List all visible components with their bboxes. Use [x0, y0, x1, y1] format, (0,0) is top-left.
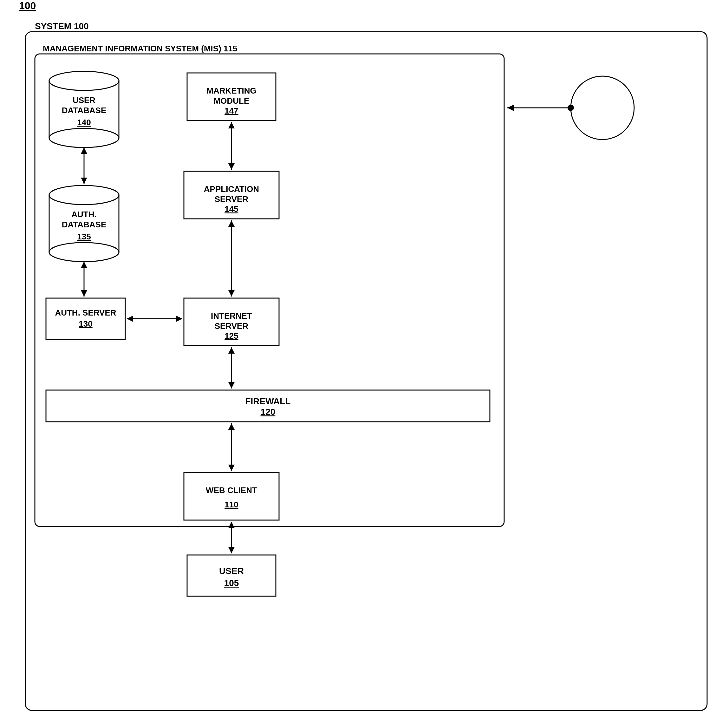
svg-marker-48 — [228, 220, 235, 227]
svg-marker-39 — [81, 147, 87, 154]
external-entity-circle — [571, 76, 634, 139]
svg-text:WEB CLIENT: WEB CLIENT — [206, 485, 257, 495]
svg-text:AUTH. SERVER: AUTH. SERVER — [55, 308, 116, 317]
svg-text:125: 125 — [225, 331, 238, 341]
svg-point-8 — [49, 243, 119, 262]
svg-text:INTERNET: INTERNET — [211, 311, 252, 321]
firewall: FIREWALL 120 — [46, 390, 490, 422]
svg-text:DATABASE: DATABASE — [62, 106, 107, 115]
svg-text:SERVER: SERVER — [215, 194, 249, 204]
svg-text:AUTH.: AUTH. — [71, 210, 96, 219]
svg-rect-30 — [184, 473, 279, 520]
svg-marker-62 — [507, 105, 514, 111]
mis-label: MANAGEMENT INFORMATION SYSTEM (MIS) 115 — [43, 44, 237, 53]
svg-text:135: 135 — [77, 232, 91, 241]
svg-text:105: 105 — [224, 578, 239, 588]
svg-text:MARKETING: MARKETING — [206, 86, 256, 95]
svg-text:USER: USER — [219, 566, 244, 576]
svg-text:130: 130 — [79, 319, 92, 329]
internet-server: INTERNET SERVER 125 — [184, 298, 279, 346]
svg-marker-45 — [228, 122, 235, 129]
svg-text:SERVER: SERVER — [215, 321, 249, 331]
svg-point-36 — [571, 76, 634, 139]
svg-text:MODULE: MODULE — [214, 96, 249, 106]
svg-marker-57 — [228, 423, 235, 430]
svg-point-63 — [567, 105, 574, 111]
svg-marker-56 — [228, 465, 235, 471]
svg-marker-38 — [81, 178, 87, 184]
svg-marker-44 — [228, 163, 235, 170]
application-server: APPLICATION SERVER 145 — [184, 171, 279, 219]
svg-marker-47 — [228, 290, 235, 297]
svg-text:USER: USER — [73, 95, 95, 105]
svg-marker-42 — [81, 262, 87, 268]
svg-text:110: 110 — [225, 500, 238, 509]
svg-text:APPLICATION: APPLICATION — [204, 184, 259, 194]
svg-point-2 — [49, 129, 119, 147]
svg-marker-54 — [228, 347, 235, 354]
svg-point-1 — [49, 71, 119, 90]
svg-marker-51 — [127, 315, 133, 322]
auth-server: AUTH. SERVER 130 — [46, 298, 125, 339]
svg-text:FIREWALL: FIREWALL — [245, 396, 291, 406]
svg-text:DATABASE: DATABASE — [62, 220, 107, 229]
svg-point-7 — [49, 185, 119, 205]
svg-rect-12 — [46, 298, 125, 339]
svg-marker-41 — [81, 290, 87, 297]
svg-text:147: 147 — [225, 106, 238, 115]
marketing-module: MARKETING MODULE 147 — [187, 73, 276, 121]
system-label: SYSTEM 100 — [35, 21, 89, 31]
svg-marker-53 — [228, 382, 235, 389]
auth-database: AUTH. DATABASE 135 — [49, 185, 119, 262]
svg-text:140: 140 — [77, 118, 91, 127]
svg-marker-59 — [228, 547, 235, 553]
web-client: WEB CLIENT 110 — [184, 473, 279, 520]
svg-marker-50 — [176, 315, 182, 322]
user-box: USER 105 — [187, 555, 276, 596]
svg-text:145: 145 — [225, 204, 238, 214]
svg-text:120: 120 — [261, 407, 275, 417]
user-database: USER DATABASE 140 — [49, 71, 119, 147]
svg-marker-60 — [228, 522, 235, 528]
